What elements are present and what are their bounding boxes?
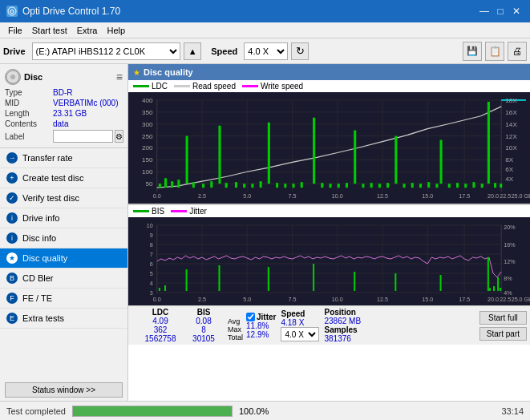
svg-rect-124 [493, 286, 495, 291]
disc-label-key: Label [5, 132, 53, 141]
speed-label-stat: Speed [281, 309, 319, 318]
statusbar: Test completed 100.0% 33:14 [0, 401, 530, 420]
svg-rect-123 [489, 288, 491, 291]
toolbar: Drive (E:) ATAPI iHBS112 2 CL0K ▲ Speed … [0, 38, 530, 64]
spacer-label [228, 309, 243, 317]
legend-jitter-label: Jitter [189, 207, 207, 216]
menu-help[interactable]: Help [102, 25, 130, 36]
eject-button[interactable]: ▲ [184, 42, 201, 60]
jitter-avg: 11.8% [246, 321, 276, 330]
menu-file[interactable]: File [3, 25, 27, 36]
svg-text:17.5: 17.5 [459, 297, 470, 302]
svg-rect-31 [218, 126, 220, 184]
start-full-button[interactable]: Start full [479, 311, 527, 325]
nav-items: → Transfer rate + Create test disc ✓ Ver… [0, 148, 127, 379]
bis-header: BIS [188, 308, 220, 317]
nav-disc-quality[interactable]: ★ Disc quality [0, 248, 127, 269]
svg-text:7.5: 7.5 [289, 193, 297, 199]
svg-text:O: O [10, 9, 14, 14]
bis-avg: 0.08 [188, 317, 220, 325]
nav-extra-tests[interactable]: E Extra tests [0, 309, 127, 329]
progress-bar-fill [73, 406, 232, 416]
legend-bis: BIS [133, 207, 164, 216]
svg-text:200: 200 [142, 145, 153, 152]
close-button[interactable]: ✕ [509, 4, 524, 18]
speed-select[interactable]: 4.0 X [244, 42, 288, 60]
disc-info-icon: i [6, 232, 18, 244]
svg-rect-24 [164, 178, 167, 188]
jitter-checkbox[interactable] [246, 313, 255, 321]
svg-text:3: 3 [150, 290, 153, 296]
legend-jitter-color [171, 210, 187, 212]
svg-text:6: 6 [150, 261, 153, 267]
svg-rect-44 [330, 184, 332, 188]
print-button[interactable]: 🖨 [508, 42, 527, 61]
svg-rect-121 [440, 275, 442, 291]
menu-start-test[interactable]: Start test [27, 25, 72, 36]
svg-rect-57 [435, 184, 438, 188]
legend-read-speed-color [174, 85, 190, 87]
total-label: Total [228, 333, 243, 341]
svg-rect-58 [440, 140, 443, 184]
svg-text:10.0: 10.0 [332, 297, 343, 302]
nav-verify-test-disc[interactable]: ✓ Verify test disc [0, 188, 127, 208]
svg-rect-27 [186, 136, 188, 184]
svg-rect-30 [210, 181, 212, 188]
ldc-total: 1562758 [141, 334, 180, 343]
start-part-button[interactable]: Start part [479, 327, 527, 341]
nav-drive-info[interactable]: i Drive info [0, 208, 127, 228]
speed-label: Speed [211, 46, 237, 56]
svg-text:12X: 12X [505, 133, 517, 140]
svg-text:20%: 20% [504, 224, 516, 230]
status-window-button[interactable]: Status window >> [5, 382, 123, 398]
cd-bler-icon: B [6, 273, 18, 284]
drive-select[interactable]: (E:) ATAPI iHBS112 2 CL0K [32, 42, 181, 60]
svg-rect-32 [225, 183, 228, 188]
svg-rect-64 [488, 102, 490, 184]
svg-rect-23 [159, 184, 161, 188]
svg-rect-116 [218, 265, 220, 291]
progress-percent: 100.0% [239, 406, 269, 416]
svg-rect-36 [260, 181, 262, 188]
sidebar: Disc ≡ Type BD-R MID VERBATIMc (000) Len… [0, 64, 128, 401]
refresh-button[interactable]: ↻ [291, 42, 309, 60]
jitter-max: 12.9% [246, 330, 276, 339]
nav-create-test-disc[interactable]: + Create test disc [0, 168, 127, 188]
svg-text:12%: 12% [504, 259, 516, 265]
svg-rect-114 [164, 285, 166, 291]
drive-label: Drive [3, 46, 26, 56]
chart-header-icon: ★ [133, 68, 140, 77]
disc-contents-key: Contents [5, 119, 53, 128]
svg-rect-65 [494, 183, 496, 188]
samples-val: 381376 [324, 334, 361, 343]
svg-text:8%: 8% [504, 276, 512, 281]
nav-cd-bler[interactable]: B CD Bler [0, 269, 127, 289]
minimize-button[interactable]: — [477, 4, 492, 18]
nav-transfer-rate[interactable]: → Transfer rate [0, 148, 127, 168]
svg-rect-117 [268, 267, 269, 291]
bottom-legend: BIS Jitter [128, 204, 530, 217]
speed-select-stat[interactable]: 4.0 X [281, 327, 319, 341]
save-button[interactable]: 💾 [463, 42, 482, 61]
svg-rect-47 [354, 131, 356, 184]
nav-extra-tests-label: Extra tests [22, 313, 64, 323]
disc-contents-row: Contents data [5, 119, 123, 128]
copy-button[interactable]: 📋 [485, 42, 504, 61]
disc-options-icon: ≡ [116, 71, 123, 83]
maximize-button[interactable]: □ [493, 4, 508, 18]
disc-label-input[interactable] [53, 130, 113, 143]
nav-fe-te[interactable]: F FE / TE [0, 289, 127, 309]
svg-text:4X: 4X [505, 176, 514, 183]
ldc-max: 362 [141, 325, 180, 334]
samples-label: Samples [324, 325, 361, 334]
transfer-rate-icon: → [6, 152, 18, 164]
disc-label-btn[interactable]: ⚙ [115, 130, 123, 143]
menu-extra[interactable]: Extra [72, 25, 103, 36]
svg-rect-49 [370, 183, 373, 188]
svg-text:22.5: 22.5 [500, 193, 511, 199]
svg-text:4%: 4% [504, 290, 512, 296]
svg-rect-54 [411, 183, 414, 188]
svg-rect-122 [488, 257, 489, 291]
nav-disc-info[interactable]: i Disc info [0, 228, 127, 248]
svg-text:16X: 16X [505, 109, 517, 116]
